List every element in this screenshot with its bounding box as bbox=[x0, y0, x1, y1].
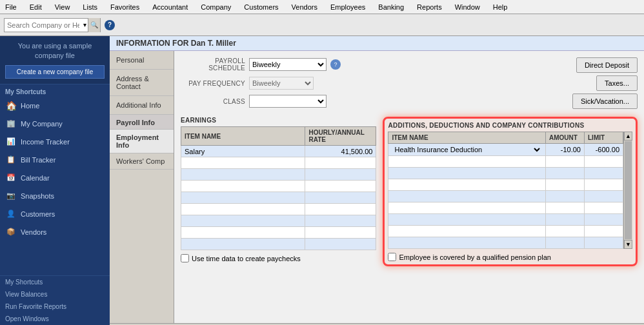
earnings-item-4[interactable] bbox=[181, 192, 305, 204]
additions-limit-3[interactable] bbox=[585, 179, 623, 191]
additions-limit-0[interactable]: -600.00 bbox=[585, 144, 623, 156]
additions-limit-1[interactable] bbox=[585, 156, 623, 168]
tab-additional-info[interactable]: Additional Info bbox=[110, 96, 174, 115]
additions-item-2[interactable] bbox=[388, 168, 546, 179]
sidebar-item-bill-tracker[interactable]: 📋 Bill Tracker bbox=[0, 151, 110, 169]
additions-item-8[interactable] bbox=[388, 237, 546, 249]
sidebar-item-company[interactable]: 🏢 My Company bbox=[0, 115, 110, 133]
sidebar-item-snapshots[interactable]: 📷 Snapshots bbox=[0, 187, 110, 205]
create-company-button[interactable]: Create a new company file bbox=[5, 65, 105, 79]
additions-limit-4[interactable] bbox=[585, 191, 623, 202]
menu-banking[interactable]: Banking bbox=[376, 2, 407, 12]
earnings-item-5[interactable] bbox=[181, 204, 305, 215]
additions-item-6[interactable] bbox=[388, 214, 546, 226]
additions-item-3[interactable] bbox=[388, 179, 546, 191]
menu-reports[interactable]: Reports bbox=[414, 2, 445, 12]
scroll-down-arrow[interactable]: ▼ bbox=[624, 240, 632, 249]
menu-file[interactable]: File bbox=[3, 2, 19, 12]
sidebar-bottom-my-shortcuts[interactable]: My Shortcuts bbox=[0, 276, 110, 288]
pension-checkbox[interactable] bbox=[388, 253, 396, 261]
earnings-rate-5[interactable] bbox=[305, 204, 376, 215]
earnings-rate-3[interactable] bbox=[305, 181, 376, 192]
tab-personal[interactable]: Personal bbox=[110, 51, 174, 70]
additions-item-1[interactable] bbox=[388, 156, 546, 168]
sidebar-bottom-open-windows[interactable]: Open Windows bbox=[0, 313, 110, 325]
search-input[interactable] bbox=[5, 21, 82, 29]
help-icon[interactable]: ? bbox=[105, 20, 115, 30]
tab-employment-info[interactable]: Employment Info bbox=[110, 130, 174, 153]
search-button[interactable]: 🔍 bbox=[88, 18, 100, 32]
earnings-rate-4[interactable] bbox=[305, 192, 376, 204]
additions-amount-4[interactable] bbox=[546, 191, 585, 202]
earnings-item-0[interactable]: Salary bbox=[181, 146, 305, 157]
earnings-item-7[interactable] bbox=[181, 227, 305, 239]
menu-window[interactable]: Window bbox=[452, 2, 483, 12]
additions-item-4[interactable] bbox=[388, 191, 546, 202]
additions-limit-5[interactable] bbox=[585, 202, 623, 214]
content-area: INFORMATION FOR Dan T. Miller Personal A… bbox=[110, 36, 644, 325]
additions-item-select-0[interactable]: Health Insurance Deduction bbox=[392, 145, 542, 154]
earnings-item-6[interactable] bbox=[181, 215, 305, 227]
sidebar-item-vendors[interactable]: 📦 Vendors bbox=[0, 223, 110, 241]
additions-limit-7[interactable] bbox=[585, 226, 623, 237]
sidebar-item-home[interactable]: 🏠 Home bbox=[0, 97, 110, 115]
additions-scrollbar[interactable]: ▲ ▼ bbox=[623, 132, 632, 249]
payroll-schedule-help[interactable]: ? bbox=[330, 59, 341, 70]
menu-favorites[interactable]: Favorites bbox=[108, 2, 142, 12]
additions-amount-1[interactable] bbox=[546, 156, 585, 168]
earnings-rate-6[interactable] bbox=[305, 215, 376, 227]
earnings-item-3[interactable] bbox=[181, 181, 305, 192]
time-data-checkbox[interactable] bbox=[181, 254, 189, 262]
search-dropdown-arrow[interactable]: ▾ bbox=[82, 21, 88, 28]
menu-vendors[interactable]: Vendors bbox=[289, 2, 320, 12]
additions-limit-8[interactable] bbox=[585, 237, 623, 249]
additions-item-0[interactable]: Health Insurance Deduction bbox=[388, 144, 546, 156]
earnings-rate-0[interactable]: 41,500.00 bbox=[305, 146, 376, 157]
sidebar-bottom-run-reports[interactable]: Run Favorite Reports bbox=[0, 300, 110, 313]
earnings-item-1[interactable] bbox=[181, 157, 305, 169]
payroll-schedule-row: PAYROLL SCHEDULE Biweekly ? bbox=[181, 57, 341, 72]
sick-vacation-button[interactable]: Sick/Vacation... bbox=[572, 94, 638, 109]
menu-customers[interactable]: Customers bbox=[241, 2, 281, 12]
scroll-up-arrow[interactable]: ▲ bbox=[624, 132, 632, 141]
additions-amount-0[interactable]: -10.00 bbox=[546, 144, 585, 156]
earnings-rate-7[interactable] bbox=[305, 227, 376, 239]
additions-amount-6[interactable] bbox=[546, 214, 585, 226]
earnings-rate-2[interactable] bbox=[305, 169, 376, 181]
pay-frequency-select[interactable]: Biweekly bbox=[249, 77, 314, 90]
bill-tracker-icon: 📋 bbox=[5, 154, 17, 166]
additions-amount-3[interactable] bbox=[546, 179, 585, 191]
earnings-row-6 bbox=[181, 215, 376, 227]
additions-item-5[interactable] bbox=[388, 202, 546, 214]
payroll-schedule-select[interactable]: Biweekly bbox=[249, 58, 327, 71]
sidebar-bottom-view-balances[interactable]: View Balances bbox=[0, 288, 110, 300]
scroll-thumb[interactable] bbox=[625, 141, 632, 239]
tab-workers-comp[interactable]: Workers' Comp bbox=[110, 153, 174, 170]
direct-deposit-button[interactable]: Direct Deposit bbox=[576, 57, 638, 73]
taxes-button[interactable]: Taxes... bbox=[596, 75, 638, 91]
menu-view[interactable]: View bbox=[52, 2, 73, 12]
menu-accountant[interactable]: Accountant bbox=[150, 2, 190, 12]
additions-limit-2[interactable] bbox=[585, 168, 623, 179]
class-select[interactable] bbox=[249, 95, 327, 108]
earnings-rate-1[interactable] bbox=[305, 157, 376, 169]
additions-limit-6[interactable] bbox=[585, 214, 623, 226]
menu-employees[interactable]: Employees bbox=[328, 2, 368, 12]
menu-edit[interactable]: Edit bbox=[27, 2, 45, 12]
earnings-item-2[interactable] bbox=[181, 169, 305, 181]
additions-amount-8[interactable] bbox=[546, 237, 585, 249]
additions-amount-2[interactable] bbox=[546, 168, 585, 179]
sidebar-label-bill: Bill Tracker bbox=[21, 156, 55, 164]
additions-item-7[interactable] bbox=[388, 226, 546, 237]
sidebar-item-income-tracker[interactable]: 📊 Income Tracker bbox=[0, 133, 110, 151]
menu-lists[interactable]: Lists bbox=[80, 2, 100, 12]
additions-amount-5[interactable] bbox=[546, 202, 585, 214]
sidebar-item-calendar[interactable]: 📅 Calendar bbox=[0, 169, 110, 187]
tab-address-contact[interactable]: Address & Contact bbox=[110, 70, 174, 96]
earnings-rate-8[interactable] bbox=[305, 239, 376, 250]
menu-help[interactable]: Help bbox=[490, 2, 510, 12]
earnings-item-8[interactable] bbox=[181, 239, 305, 250]
menu-company[interactable]: Company bbox=[198, 2, 234, 12]
sidebar-item-customers[interactable]: 👤 Customers bbox=[0, 205, 110, 223]
additions-amount-7[interactable] bbox=[546, 226, 585, 237]
